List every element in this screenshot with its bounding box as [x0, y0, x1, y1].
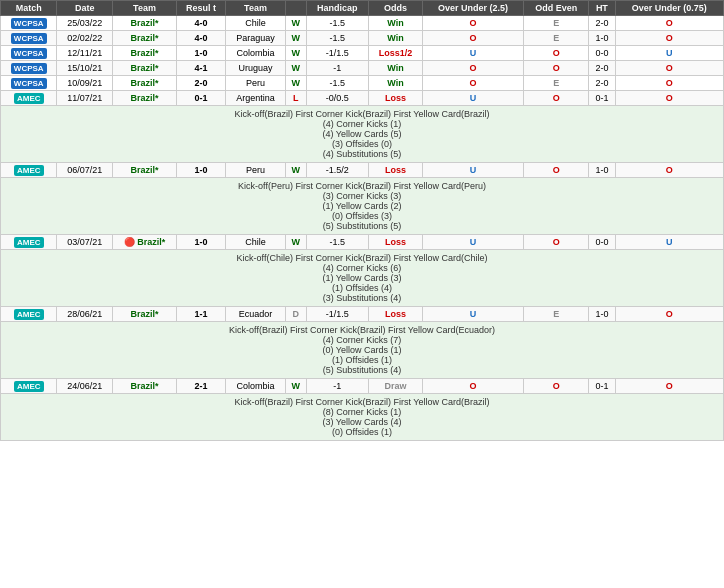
ou075-value: O [666, 165, 673, 175]
team2-name: Ecuador [239, 309, 273, 319]
date-cell: 10/09/21 [57, 76, 113, 91]
oddeven-cell: O [524, 61, 589, 76]
team1-name: 🔴 Brazil* [124, 237, 166, 247]
detail-line-main: Kick-off(Chile) First Corner Kick(Brazil… [237, 253, 488, 263]
wl-value: W [292, 78, 301, 88]
ou075-value: O [666, 381, 673, 391]
detail-cell: Kick-off(Brazil) First Corner Kick(Brazi… [1, 394, 724, 441]
ou075-cell: O [615, 379, 723, 394]
wl-value: W [292, 63, 301, 73]
wl-cell: D [286, 307, 306, 322]
badge: AMEC [14, 381, 44, 392]
score: 0-1 [194, 93, 207, 103]
ou075-value: U [666, 48, 673, 58]
wl-cell: W [286, 16, 306, 31]
team2-name: Argentina [236, 93, 275, 103]
badge-cell: WCPSA [1, 31, 57, 46]
team2-cell: Argentina [225, 91, 285, 106]
handicap-cell: -1.5/2 [306, 163, 369, 178]
wl-value: D [293, 309, 300, 319]
ou075-cell: U [615, 235, 723, 250]
oddeven-value: O [553, 381, 560, 391]
date-cell: 03/07/21 [57, 235, 113, 250]
ou075-cell: O [615, 61, 723, 76]
detail-line: (1) Offsides (1) [332, 355, 392, 365]
badge-cell: AMEC [1, 91, 57, 106]
detail-cell: Kick-off(Brazil) First Corner Kick(Brazi… [1, 106, 724, 163]
date-cell: 12/11/21 [57, 46, 113, 61]
ou25-cell: O [422, 16, 524, 31]
ht-cell: 1-0 [589, 307, 615, 322]
date-cell: 25/03/22 [57, 16, 113, 31]
badge: WCPSA [11, 63, 47, 74]
ou075-cell: O [615, 76, 723, 91]
oddeven-value: E [553, 309, 559, 319]
ou25-cell: O [422, 31, 524, 46]
detail-line-main: Kick-off(Brazil) First Corner Kick(Brazi… [229, 325, 495, 335]
oddeven-value: E [553, 18, 559, 28]
team2-cell: Chile [225, 235, 285, 250]
ou25-value: U [470, 237, 477, 247]
team1-name: Brazil* [131, 165, 159, 175]
handicap-cell: -1.5 [306, 31, 369, 46]
handicap-cell: -1/1.5 [306, 46, 369, 61]
detail-line: (4) Yellow Cards (5) [322, 129, 401, 139]
oddeven-cell: O [524, 163, 589, 178]
result-cell: 4-0 [177, 31, 226, 46]
team1-name: Brazil* [131, 48, 159, 58]
team1-cell: Brazil* [113, 61, 177, 76]
odds-cell: Win [369, 16, 423, 31]
badge: WCPSA [11, 18, 47, 29]
odds-cell: Loss [369, 307, 423, 322]
team1-name: Brazil* [131, 63, 159, 73]
team2-name: Colombia [236, 381, 274, 391]
date-cell: 11/07/21 [57, 91, 113, 106]
handicap-cell: -1/1.5 [306, 307, 369, 322]
col-ou075: Over Under (0.75) [615, 1, 723, 16]
detail-line: (5) Substitutions (5) [323, 221, 402, 231]
ht-cell: 0-1 [589, 379, 615, 394]
ou075-cell: O [615, 163, 723, 178]
team2-cell: Ecuador [225, 307, 285, 322]
ht-cell: 0-0 [589, 235, 615, 250]
score: 4-0 [194, 18, 207, 28]
odds-value: Loss [385, 309, 406, 319]
col-wl [286, 1, 306, 16]
result-cell: 4-0 [177, 16, 226, 31]
odds-cell: Win [369, 31, 423, 46]
team2-cell: Colombia [225, 379, 285, 394]
odds-value: Loss1/2 [379, 48, 413, 58]
score: 2-1 [194, 381, 207, 391]
score: 1-0 [194, 165, 207, 175]
ou075-cell: U [615, 46, 723, 61]
team1-name: Brazil* [131, 33, 159, 43]
team1-cell: Brazil* [113, 307, 177, 322]
detail-row: Kick-off(Brazil) First Corner Kick(Brazi… [1, 322, 724, 379]
table-row: WCPSA 25/03/22 Brazil* 4-0 Chile W -1.5 … [1, 16, 724, 31]
col-match: Match [1, 1, 57, 16]
team2-cell: Peru [225, 163, 285, 178]
team1-cell: Brazil* [113, 379, 177, 394]
oddeven-value: E [553, 78, 559, 88]
odds-value: Loss [385, 237, 406, 247]
team2-name: Chile [245, 18, 266, 28]
odds-value: Win [387, 78, 403, 88]
oddeven-value: O [553, 237, 560, 247]
ou25-cell: U [422, 163, 524, 178]
wl-cell: L [286, 91, 306, 106]
date-cell: 02/02/22 [57, 31, 113, 46]
ou25-value: O [470, 63, 477, 73]
detail-line: (1) Offsides (4) [332, 283, 392, 293]
wl-cell: W [286, 61, 306, 76]
ou075-value: O [666, 63, 673, 73]
date-cell: 06/07/21 [57, 163, 113, 178]
odds-cell: Loss [369, 235, 423, 250]
table-row: AMEC 06/07/21 Brazil* 1-0 Peru W -1.5/2 … [1, 163, 724, 178]
detail-line: (4) Substitutions (5) [323, 149, 402, 159]
date-cell: 15/10/21 [57, 61, 113, 76]
date-cell: 28/06/21 [57, 307, 113, 322]
ou25-cell: U [422, 307, 524, 322]
odds-value: Draw [384, 381, 406, 391]
score: 1-0 [194, 48, 207, 58]
odds-value: Win [387, 33, 403, 43]
